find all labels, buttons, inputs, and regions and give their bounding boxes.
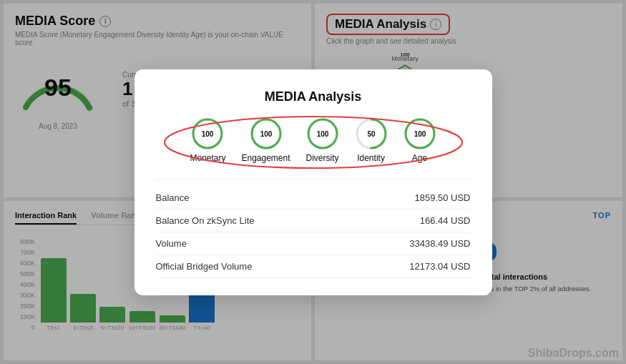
data-rows: Balance 1859.50 USD Balance On zkSync Li…	[156, 179, 471, 278]
svg-point-28	[165, 117, 462, 168]
oval-outline-svg	[160, 114, 467, 170]
row-official-bridged-volume: Official Bridged Volume 12173.04 USD	[156, 255, 471, 278]
modal-title: MEDIA Analysis	[156, 89, 471, 104]
row-balance-zksync: Balance On zkSync Lite 166.44 USD	[156, 210, 471, 232]
modal-overlay: MEDIA Analysis 100 Monetary 100	[0, 0, 626, 364]
row-balance: Balance 1859.50 USD	[156, 187, 471, 210]
media-analysis-modal: MEDIA Analysis 100 Monetary 100	[135, 69, 492, 295]
circles-wrapper: 100 Monetary 100 Engagement	[156, 117, 471, 167]
row-volume: Volume 33438.49 USD	[156, 232, 471, 255]
